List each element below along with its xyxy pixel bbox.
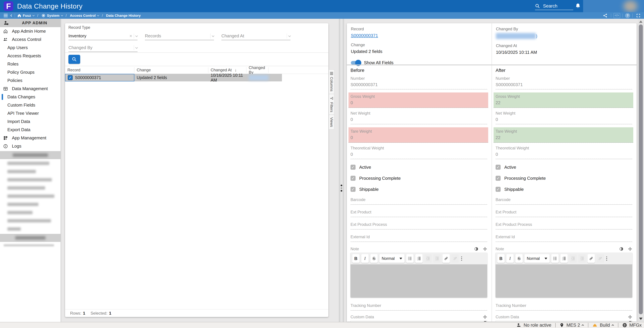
- record-type-filter[interactable]: Inventory ×: [68, 32, 138, 40]
- bullet-list-button[interactable]: [406, 254, 414, 263]
- bold-button[interactable]: B: [497, 254, 505, 263]
- changed-by-filter[interactable]: Changed By: [68, 44, 138, 52]
- sidebar-item-data-changes[interactable]: Data Changes: [0, 93, 60, 101]
- move-resize-icon[interactable]: [483, 247, 487, 251]
- show-all-fields-toggle[interactable]: [351, 61, 360, 65]
- home-icon[interactable]: [17, 13, 21, 17]
- sidebar-item-app-management[interactable]: App Management: [0, 134, 60, 142]
- sidebar-item-roles[interactable]: Roles: [0, 60, 60, 68]
- sidebar-item-access-control[interactable]: Access Control: [0, 35, 60, 43]
- app-globe-item[interactable]: MFGx: [622, 323, 642, 328]
- share-network-icon[interactable]: [602, 13, 608, 18]
- bullet-list-button[interactable]: [551, 254, 559, 263]
- sidebar-item-redacted[interactable]: [0, 192, 60, 200]
- column-header-record[interactable]: Record: [65, 67, 134, 73]
- chevron-down-icon[interactable]: [288, 34, 291, 37]
- custom-data-code-editor[interactable]: 1 "": [350, 321, 487, 322]
- ordered-list-button[interactable]: 123: [415, 254, 422, 263]
- sidebar-item-redacted[interactable]: [0, 184, 60, 192]
- chevron-down-icon[interactable]: [61, 14, 63, 16]
- record-cell[interactable]: ✓ S0000000371: [65, 74, 134, 81]
- breadcrumb-level1[interactable]: System: [47, 13, 60, 17]
- strikethrough-button[interactable]: S: [515, 254, 523, 263]
- records-filter[interactable]: Records: [145, 32, 214, 40]
- sidebar-item-redacted[interactable]: [0, 176, 60, 184]
- contrast-icon[interactable]: [474, 247, 478, 251]
- column-header-changed-at[interactable]: Changed At↓: [208, 67, 246, 73]
- sidebar-item-import-data[interactable]: Import Data: [0, 117, 60, 126]
- row-checkbox-checked[interactable]: ✓: [68, 75, 72, 80]
- paragraph-style-select[interactable]: Normal: [379, 254, 404, 263]
- contrast-icon[interactable]: [619, 247, 624, 251]
- table-row[interactable]: ✓ S0000000371 Updated 2 fields 10/16/202…: [65, 74, 282, 81]
- scrollbar-thumb[interactable]: [639, 24, 643, 314]
- code-scrollbar[interactable]: [484, 321, 486, 322]
- breadcrumb-level2[interactable]: Access Control: [70, 13, 96, 17]
- sidebar-item-redacted[interactable]: [0, 225, 60, 233]
- chevron-down-icon[interactable]: [97, 14, 99, 16]
- link-button[interactable]: [588, 254, 595, 263]
- record-link[interactable]: S0000000371: [351, 33, 378, 38]
- search-button[interactable]: [68, 55, 80, 64]
- sidebar-item-app-admin-home[interactable]: App Admin Home: [0, 27, 60, 35]
- tab-filters[interactable]: Filters: [329, 94, 334, 115]
- paragraph-style-select[interactable]: Normal: [524, 254, 550, 263]
- strikethrough-button[interactable]: S: [370, 254, 378, 263]
- breadcrumb-root[interactable]: Fuuz: [23, 13, 31, 17]
- fullscreen-icon[interactable]: [635, 13, 642, 18]
- sidebar-item-access-requests[interactable]: Access Requests: [0, 52, 60, 60]
- sidebar-item-redacted[interactable]: [0, 167, 60, 176]
- ordered-list-button[interactable]: 123: [560, 254, 568, 263]
- tab-views[interactable]: Views: [329, 115, 334, 129]
- sidebar-item-redacted[interactable]: [0, 217, 60, 225]
- sidebar-item-redacted[interactable]: [0, 200, 60, 208]
- sidebar-item-redacted[interactable]: [0, 159, 60, 167]
- vertical-scrollbar[interactable]: [638, 19, 644, 322]
- move-resize-icon[interactable]: [483, 315, 487, 319]
- code-scrollbar[interactable]: [629, 321, 632, 322]
- global-search-input[interactable]: Search: [535, 2, 573, 10]
- build-selector[interactable]: Build: [592, 323, 614, 328]
- more-options-icon[interactable]: [461, 257, 462, 261]
- sidebar-item-redacted[interactable]: [0, 208, 60, 217]
- scroll-down-arrow[interactable]: [639, 318, 642, 320]
- sidebar-item-export-data[interactable]: Export Data: [0, 126, 60, 134]
- changed-at-filter[interactable]: Changed At: [221, 32, 290, 40]
- note-editor-body[interactable]: [496, 264, 632, 298]
- chevron-down-icon[interactable]: [135, 34, 138, 37]
- sidebar-item-policies[interactable]: Policies: [0, 76, 60, 85]
- bold-button[interactable]: B: [352, 254, 360, 263]
- role-status[interactable]: No role active: [516, 323, 551, 328]
- sidebar-item-custom-fields[interactable]: Custom Fields: [0, 101, 60, 109]
- italic-button[interactable]: I: [361, 254, 368, 263]
- user-avatar[interactable]: [583, 0, 644, 12]
- panel-splitter[interactable]: [339, 19, 344, 322]
- chevron-down-icon[interactable]: [212, 34, 214, 37]
- sort-desc-icon[interactable]: ↓: [234, 68, 237, 72]
- scroll-up-arrow[interactable]: [639, 20, 642, 23]
- back-chevron-icon[interactable]: [10, 14, 13, 16]
- fuuz-logo[interactable]: F: [4, 1, 13, 11]
- sidebar-item-policy-groups[interactable]: Policy Groups: [0, 68, 60, 76]
- menu-icon[interactable]: [4, 14, 8, 17]
- italic-button[interactable]: I: [506, 254, 514, 263]
- link-button[interactable]: [442, 254, 450, 263]
- sidebar-item-data-management[interactable]: Data Management: [0, 85, 60, 93]
- note-editor-body[interactable]: [350, 264, 487, 298]
- column-header-changed-by[interactable]: Changed By: [246, 67, 268, 73]
- move-resize-icon[interactable]: [628, 247, 632, 251]
- tab-columns[interactable]: Columns: [329, 69, 334, 94]
- custom-data-code-editor[interactable]: 1 "": [496, 321, 632, 322]
- clear-icon[interactable]: ×: [130, 34, 132, 38]
- move-resize-icon[interactable]: [628, 315, 632, 319]
- column-header-change[interactable]: Change: [134, 67, 208, 73]
- help-icon[interactable]: ?: [625, 13, 630, 18]
- more-options-icon[interactable]: [606, 257, 607, 261]
- sidebar-item-app-users[interactable]: App Users: [0, 43, 60, 52]
- environment-selector[interactable]: MES 2: [560, 323, 584, 328]
- chevron-down-icon[interactable]: [135, 46, 138, 49]
- sidebar-item-logs[interactable]: Logs: [0, 142, 60, 150]
- notifications-bell-icon[interactable]: [575, 3, 581, 9]
- chevron-down-icon[interactable]: [32, 14, 35, 16]
- sidebar-item-api-tree-viewer[interactable]: API Tree Viewer: [0, 109, 60, 117]
